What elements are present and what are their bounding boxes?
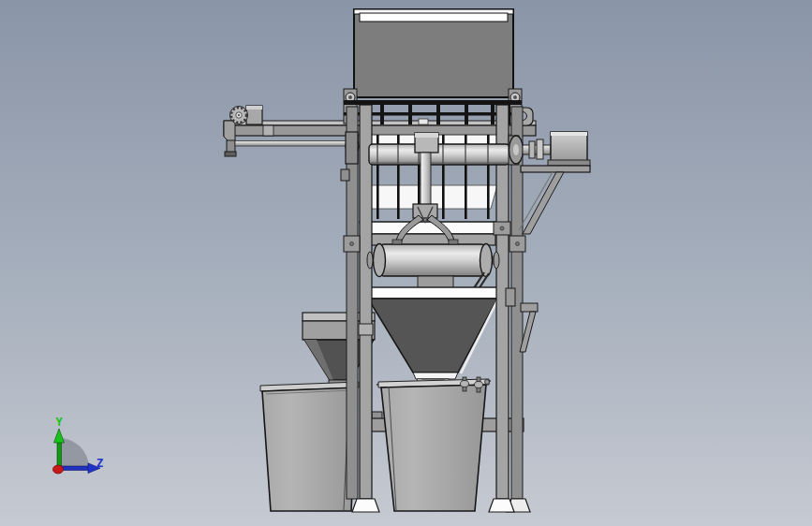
top-hopper-rim (360, 13, 508, 22)
cad-viewport-window: Y Z (0, 0, 812, 526)
cad-viewport[interactable]: Y Z (0, 0, 812, 526)
top-hopper (354, 9, 513, 97)
y-axis-label: Y (55, 416, 63, 429)
drive-motor (548, 132, 590, 166)
drive-sprocket (230, 106, 263, 124)
x-axis-origin-dot (53, 465, 64, 474)
tray-rim (360, 222, 498, 234)
collection-bin-right (376, 379, 491, 511)
piston-rod (421, 153, 431, 206)
actuator-rod (235, 141, 356, 147)
z-axis-label: Z (96, 457, 103, 470)
collection-bin-left (260, 382, 359, 511)
arm-end-hanger (227, 140, 235, 153)
